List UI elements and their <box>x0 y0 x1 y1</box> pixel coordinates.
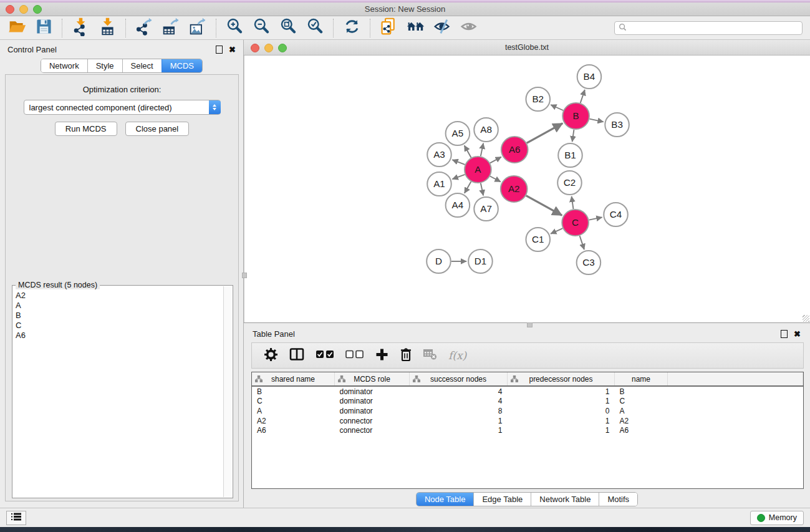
cell[interactable]: 1 <box>410 416 508 426</box>
add-column-button[interactable] <box>370 346 394 365</box>
tab-motifs[interactable]: Motifs <box>599 493 637 506</box>
import-table-button[interactable] <box>94 18 121 38</box>
cell[interactable]: A2 <box>252 416 335 426</box>
table-row[interactable]: Adominator80A <box>252 406 803 416</box>
tab-network-table[interactable]: Network Table <box>531 493 599 506</box>
graph-node-A1[interactable]: A1 <box>427 172 451 196</box>
result-scrollbar[interactable] <box>223 286 232 497</box>
minimize-window-button[interactable] <box>19 5 28 14</box>
tab-node-table[interactable]: Node Table <box>417 493 474 506</box>
graph-node-C4[interactable]: C4 <box>604 203 628 226</box>
table-row[interactable]: Bdominator41B <box>252 386 803 397</box>
edge-A-A8[interactable] <box>481 143 483 157</box>
open-session-button[interactable] <box>4 18 31 38</box>
save-session-button[interactable] <box>31 18 57 38</box>
window-resize-grip[interactable] <box>803 315 809 322</box>
horizontal-splitter-handle[interactable] <box>527 322 533 327</box>
close-view-button[interactable] <box>251 44 259 52</box>
vertical-splitter-handle[interactable] <box>242 273 247 278</box>
hide-bird-eye-button[interactable] <box>429 18 456 38</box>
edge-A-A3[interactable] <box>452 160 465 165</box>
cell[interactable]: 1 <box>508 416 615 426</box>
mcds-result-item[interactable]: C <box>16 321 223 331</box>
column-header-name[interactable]: name <box>615 372 668 386</box>
cell[interactable]: A6 <box>615 425 668 435</box>
graph-node-C[interactable]: C <box>562 210 589 236</box>
graph-node-C1[interactable]: C1 <box>526 228 550 251</box>
cell[interactable]: A <box>615 406 668 416</box>
zoom-out-button[interactable] <box>248 18 275 38</box>
edge-A-A1[interactable] <box>452 175 465 179</box>
edge-C-C1[interactable] <box>551 228 562 234</box>
column-header-MCDS-role[interactable]: MCDS role <box>335 372 410 386</box>
export-network-button[interactable] <box>131 18 158 38</box>
graph-node-B3[interactable]: B3 <box>605 113 629 137</box>
column-header-predecessor-nodes[interactable]: predecessor nodes <box>508 372 615 386</box>
cell[interactable]: connector <box>335 416 410 426</box>
cell[interactable]: dominator <box>335 397 410 407</box>
home-button[interactable] <box>402 18 429 38</box>
cell[interactable]: B <box>615 386 668 397</box>
copy-network-view-button[interactable] <box>375 18 402 38</box>
delete-column-button[interactable] <box>394 346 418 365</box>
cell[interactable]: A2 <box>615 416 668 426</box>
edge-A-A7[interactable] <box>481 183 483 196</box>
cell[interactable]: 1 <box>410 425 508 435</box>
graph-node-B1[interactable]: B1 <box>558 143 582 167</box>
edge-A-A2[interactable] <box>490 177 501 182</box>
export-table-button[interactable] <box>158 18 185 38</box>
cell[interactable]: 0 <box>508 406 615 416</box>
cell[interactable]: 4 <box>410 386 508 397</box>
float-table-panel-icon[interactable] <box>781 330 788 338</box>
node-table[interactable]: shared name MCDS role successor nodes pr… <box>251 372 804 489</box>
criterion-dropdown[interactable]: largest connected component (directed) <box>24 100 221 115</box>
network-window-titlebar[interactable]: testGlobe.txt <box>244 40 810 56</box>
graph-node-B[interactable]: B <box>562 103 589 129</box>
tab-edge-table[interactable]: Edge Table <box>473 493 531 506</box>
close-table-panel-icon[interactable]: ✖ <box>794 330 801 338</box>
minimize-view-button[interactable] <box>264 44 273 52</box>
close-panel-button[interactable]: Close panel <box>125 122 190 136</box>
graph-node-C3[interactable]: C3 <box>577 251 601 274</box>
graph-node-B4[interactable]: B4 <box>577 65 602 89</box>
table-row[interactable]: Cdominator41C <box>252 397 803 407</box>
show-column-panel-button[interactable] <box>284 346 310 365</box>
network-canvas[interactable]: B4 B2 B B3 A8 A5 A6 A3 B1 A C2 A1 A2 A4 … <box>244 56 810 322</box>
mcds-result-item[interactable]: B <box>16 311 223 321</box>
zoom-window-button[interactable] <box>33 5 42 14</box>
zoom-in-button[interactable] <box>221 18 248 38</box>
import-network-button[interactable] <box>67 18 94 38</box>
cell[interactable]: 4 <box>410 397 508 407</box>
edge-A-A4[interactable] <box>465 181 471 193</box>
search-box[interactable] <box>614 21 803 35</box>
close-window-button[interactable] <box>6 5 14 14</box>
table-row[interactable]: A2connector11A2 <box>252 416 803 426</box>
edge-B-B2[interactable] <box>551 105 563 110</box>
cell[interactable]: 1 <box>508 425 615 435</box>
graph-node-A6[interactable]: A6 <box>501 137 528 163</box>
graph-node-A7[interactable]: A7 <box>474 197 498 221</box>
graph-node-A[interactable]: A <box>465 157 491 183</box>
tab-mcds[interactable]: MCDS <box>162 59 202 72</box>
table-settings-gear-button[interactable] <box>258 346 284 365</box>
column-header-successor-nodes[interactable]: successor nodes <box>410 372 508 386</box>
graph-node-B2[interactable]: B2 <box>526 87 550 111</box>
horizontal-splitter[interactable] <box>244 323 810 326</box>
cell[interactable]: dominator <box>335 386 410 397</box>
cell[interactable]: B <box>252 386 335 397</box>
edge-B-B4[interactable] <box>581 90 585 103</box>
mcds-result-item[interactable]: A <box>16 301 223 311</box>
cell[interactable]: C <box>615 397 668 407</box>
refresh-button[interactable] <box>339 18 365 38</box>
graph-node-C2[interactable]: C2 <box>557 171 582 195</box>
close-panel-icon[interactable]: ✖ <box>229 46 236 54</box>
graph-node-A4[interactable]: A4 <box>446 193 470 217</box>
tab-select[interactable]: Select <box>122 59 162 72</box>
edge-A-A6[interactable] <box>490 157 501 163</box>
edge-B-B1[interactable] <box>572 130 574 142</box>
cell[interactable]: A <box>252 406 335 416</box>
tab-style[interactable]: Style <box>87 59 122 72</box>
mcds-result-item[interactable]: A2 <box>16 291 223 301</box>
zoom-view-button[interactable] <box>278 44 287 52</box>
graph-node-A5[interactable]: A5 <box>446 122 470 145</box>
